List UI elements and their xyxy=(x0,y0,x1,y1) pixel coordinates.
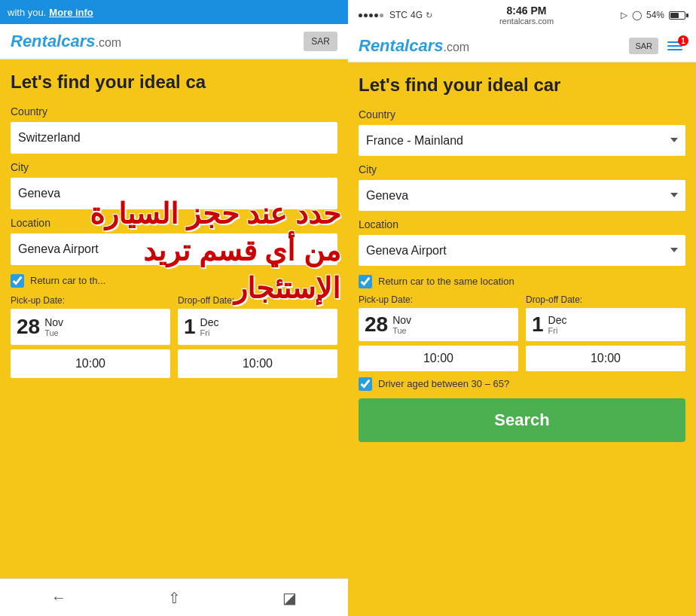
left-pickup-month-wrap: Nov Tue xyxy=(44,316,63,337)
right-pickup-month: Nov xyxy=(392,314,411,326)
right-dropoff-month-wrap: Dec Fri xyxy=(548,314,567,335)
location-icon: ▷ xyxy=(621,10,627,20)
nav-bookmark-icon[interactable]: ◪ xyxy=(282,589,297,607)
status-right: ▷ ◯ 54% xyxy=(621,10,685,20)
right-content: Let's find your ideal car Country France… xyxy=(348,63,696,616)
status-center-wrap: 8:46 PM rentalcars.com xyxy=(499,5,554,26)
left-return-checkbox-row: Return car to th... xyxy=(11,274,337,288)
left-pickup-day: 28 xyxy=(17,316,40,337)
left-dropoff-time[interactable]: 10:00 xyxy=(178,349,337,378)
right-logo-text: Rentalcars xyxy=(359,36,444,55)
right-dropoff-day: 1 xyxy=(532,314,544,335)
right-dropoff-col: Drop-off Date: 1 Dec Fri 10:00 xyxy=(526,294,685,371)
left-logo-text: Rentalcars xyxy=(11,32,96,50)
signal-dots xyxy=(359,14,383,17)
more-info-link[interactable]: More info xyxy=(49,7,93,18)
right-return-checkbox-row: Return car to the same location xyxy=(359,275,685,288)
status-url: rentalcars.com xyxy=(499,17,554,26)
right-page-title: Let's find your ideal car xyxy=(359,75,685,96)
menu-bar-3 xyxy=(667,49,682,50)
right-driver-age-label: Driver aged between 30 – 65? xyxy=(378,378,509,389)
left-dropoff-weekday: Fri xyxy=(200,328,219,337)
right-dates-row: Pick-up Date: 28 Nov Tue 10:00 Drop-off … xyxy=(359,294,685,371)
network-text: 4G xyxy=(411,10,423,20)
right-panel: STC 4G ↻ 8:46 PM rentalcars.com ▷ ◯ 54% … xyxy=(348,0,696,616)
search-button[interactable]: Search xyxy=(359,398,685,442)
nav-back-icon[interactable]: ← xyxy=(51,589,66,606)
left-panel: with you. More info Rentalcars.com SAR L… xyxy=(0,0,348,616)
left-return-checkbox[interactable] xyxy=(11,274,24,288)
left-city-label: City xyxy=(11,161,337,173)
right-dropoff-month: Dec xyxy=(548,314,567,326)
left-city-input[interactable] xyxy=(11,178,337,209)
left-country-label: Country xyxy=(11,105,337,117)
right-dropoff-label: Drop-off Date: xyxy=(526,294,685,305)
right-sar-button[interactable]: SAR xyxy=(629,38,658,54)
right-driver-age-checkbox[interactable] xyxy=(359,377,372,391)
left-country-input[interactable] xyxy=(11,122,337,154)
right-driver-age-row: Driver aged between 30 – 65? xyxy=(359,377,685,391)
status-left: STC 4G ↻ xyxy=(359,10,432,20)
left-dropoff-label: Drop-off Date: xyxy=(178,295,337,306)
left-pickup-month: Nov xyxy=(44,316,63,328)
left-header: Rentalcars.com SAR xyxy=(0,24,348,59)
left-sar-button[interactable]: SAR xyxy=(304,32,337,51)
left-pickup-time[interactable]: 10:00 xyxy=(11,349,170,378)
right-logo-suffix: .com xyxy=(444,41,470,53)
right-city-label: City xyxy=(359,163,685,175)
signal-dot-2 xyxy=(364,14,368,17)
left-logo-suffix: .com xyxy=(96,36,122,49)
left-pickup-label: Pick-up Date: xyxy=(11,295,170,306)
left-pickup-col: Pick-up Date: 28 Nov Tue 10:00 xyxy=(11,295,170,378)
right-dropoff-date-box[interactable]: 1 Dec Fri xyxy=(526,308,685,341)
status-bar: STC 4G ↻ 8:46 PM rentalcars.com ▷ ◯ 54% xyxy=(348,0,696,30)
right-header-actions: SAR 1 xyxy=(629,38,685,54)
menu-badge: 1 xyxy=(678,35,688,46)
right-location-select[interactable]: Geneva Airport xyxy=(359,235,685,266)
left-bottom-nav: ← ⇧ ◪ xyxy=(0,578,348,616)
signal-arrow-icon: ↻ xyxy=(426,11,432,20)
status-time: 8:46 PM xyxy=(507,5,547,17)
right-country-label: Country xyxy=(359,108,685,120)
left-dates-row: Pick-up Date: 28 Nov Tue 10:00 Drop-off … xyxy=(11,295,337,378)
right-pickup-day: 28 xyxy=(365,314,388,335)
left-return-label: Return car to th... xyxy=(30,275,105,286)
right-header: Rentalcars.com SAR 1 xyxy=(348,30,696,63)
left-dropoff-month: Dec xyxy=(200,316,219,328)
right-return-label: Return car to the same location xyxy=(378,276,514,287)
right-pickup-time[interactable]: 10:00 xyxy=(359,346,518,371)
right-city-select[interactable]: Geneva xyxy=(359,180,685,211)
left-dropoff-day: 1 xyxy=(184,316,196,337)
left-content: Let's find your ideal ca Country City Lo… xyxy=(0,59,348,578)
left-dropoff-col: Drop-off Date: 1 Dec Fri 10:00 xyxy=(178,295,337,378)
compass-icon: ◯ xyxy=(632,10,642,20)
signal-dot-5 xyxy=(380,14,383,17)
right-pickup-month-wrap: Nov Tue xyxy=(392,314,411,335)
left-pickup-weekday: Tue xyxy=(44,328,63,337)
signal-dot-3 xyxy=(369,14,373,17)
left-pickup-date-box[interactable]: 28 Nov Tue xyxy=(11,309,170,345)
right-return-checkbox[interactable] xyxy=(359,275,372,288)
left-top-bar: with you. More info xyxy=(0,0,348,24)
carrier-text: STC xyxy=(389,10,408,20)
left-dropoff-date-box[interactable]: 1 Dec Fri xyxy=(178,309,337,345)
right-logo: Rentalcars.com xyxy=(359,36,469,56)
right-dropoff-weekday: Fri xyxy=(548,326,567,335)
battery-percent: 54% xyxy=(646,10,664,20)
signal-dot-1 xyxy=(359,14,362,17)
menu-icon-wrap[interactable]: 1 xyxy=(664,38,685,53)
right-pickup-label: Pick-up Date: xyxy=(359,294,518,305)
left-location-label: Location xyxy=(11,217,337,229)
left-logo: Rentalcars.com xyxy=(11,32,121,51)
right-pickup-col: Pick-up Date: 28 Nov Tue 10:00 xyxy=(359,294,518,371)
top-bar-text: with you. xyxy=(8,7,46,18)
battery-icon xyxy=(669,11,685,20)
nav-share-icon[interactable]: ⇧ xyxy=(168,589,181,607)
left-location-input[interactable] xyxy=(11,233,337,265)
right-country-select[interactable]: France - Mainland Switzerland xyxy=(359,125,685,156)
left-page-title: Let's find your ideal ca xyxy=(11,72,337,93)
left-dropoff-month-wrap: Dec Fri xyxy=(200,316,219,337)
right-location-label: Location xyxy=(359,218,685,230)
right-dropoff-time[interactable]: 10:00 xyxy=(526,346,685,371)
right-pickup-date-box[interactable]: 28 Nov Tue xyxy=(359,308,518,341)
